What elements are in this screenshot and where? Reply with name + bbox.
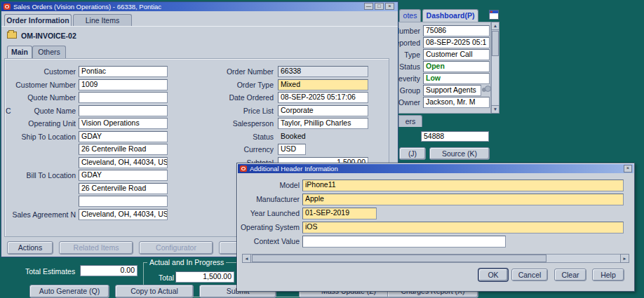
tab-divider (1, 26, 398, 27)
field-bill-to-location[interactable]: GDAY (79, 170, 168, 181)
field-label-price-list: Price List (201, 107, 274, 115)
tab-dashboard[interactable]: Dashboard(P) (422, 9, 478, 22)
minimize-icon[interactable]: — (364, 3, 373, 10)
tab-line-items[interactable]: Line Items (73, 14, 132, 27)
field-label-operating-system: Operating System (236, 223, 300, 231)
stray-label-c: C (6, 107, 13, 115)
field-label-bill-to-location: Bill To Location (3, 171, 76, 180)
field-order-number[interactable]: 66338 (278, 66, 368, 77)
tab-others[interactable]: Others (32, 46, 66, 58)
background-tab-fragment[interactable]: ers (398, 115, 422, 127)
scroll-right-icon[interactable]: ► (620, 254, 629, 263)
total-estimates-label: Total Estimates (25, 267, 75, 276)
field-label-quote-name: Quote Name (17, 107, 76, 115)
tab-notes[interactable]: otes (399, 9, 421, 22)
field-label-manufacturer: Manufacturer (236, 195, 300, 203)
field-ship-to-address-3[interactable]: Cleveland, OH, 44034, US (79, 157, 168, 168)
field-sr-severity[interactable]: Low (423, 73, 490, 84)
field-sr-type[interactable]: Customer Call (423, 49, 490, 60)
scroll-down-icon[interactable]: ▼ (491, 105, 499, 114)
j-button[interactable]: (J) (399, 147, 426, 160)
field-bill-to-address-3[interactable] (79, 196, 168, 207)
copy-to-actual-button[interactable]: Copy to Actual (115, 285, 194, 298)
dialog-title: Additional Header Information (250, 164, 488, 173)
field-sr-number[interactable]: 75086 (423, 25, 490, 36)
open-folder-icon (7, 32, 17, 39)
auto-generate-button[interactable]: Auto Generate (Q) (29, 285, 109, 298)
scroll-up-icon[interactable]: ▲ (491, 22, 499, 30)
ok-button[interactable]: OK (478, 269, 508, 281)
field-sr-group[interactable]: Support Agents (423, 85, 481, 96)
cancel-button[interactable]: Cancel (511, 269, 548, 281)
field-quote-number[interactable] (79, 92, 168, 103)
field-order-type[interactable]: Mixed (278, 79, 368, 90)
tab-order-information[interactable]: Order Information (4, 14, 72, 27)
field-label-ship-to-location: Ship To Location (3, 133, 76, 141)
dialog-oracle-logo-icon (240, 165, 247, 172)
field-label-model: Model (236, 181, 300, 189)
window-title: Sales Orders (Vision Operations) - 66338… (13, 2, 308, 11)
oracle-logo-icon (4, 4, 11, 10)
field-status: Booked (278, 131, 368, 142)
field-ship-to-address-2[interactable]: 26 Centerville Road (79, 144, 168, 155)
help-button[interactable]: Help (592, 269, 624, 281)
scroll-left-icon[interactable]: ◄ (242, 254, 251, 263)
source-button[interactable]: Source (K) (429, 147, 490, 160)
field-sr-status[interactable]: Open (423, 61, 490, 72)
close-icon[interactable]: × (385, 3, 394, 10)
configurator-button[interactable]: Configurator (139, 241, 213, 255)
field-label-operating-unit: Operating Unit (3, 119, 76, 128)
field-label-customer: Customer (3, 67, 76, 76)
field-customer[interactable]: Pontiac (79, 66, 168, 77)
field-label-salesperson: Salesperson (201, 119, 274, 128)
desktop: otes Dashboard(P) Number 75086 Reported … (0, 0, 644, 298)
field-label-context-value: Context Value (236, 237, 300, 245)
actual-in-progress-title: Actual and In Progress (147, 258, 226, 266)
field-quote-name[interactable] (79, 105, 168, 116)
field-price-list[interactable]: Corporate (278, 105, 368, 116)
field-operating-unit[interactable]: Vision Operations (79, 118, 168, 129)
field-manufacturer[interactable]: Apple (302, 194, 624, 205)
actions-button[interactable]: Actions (7, 241, 53, 255)
field-label-sales-agreement: Sales Agreement N (3, 210, 76, 219)
field-label-currency: Currency (201, 145, 274, 154)
field-model[interactable]: iPhone11 (302, 180, 624, 191)
field-label-order-number: Order Number (201, 67, 274, 76)
field-salesperson[interactable]: Taylor, Phillip Charles (278, 118, 368, 129)
maximize-icon[interactable]: □ (375, 3, 384, 10)
field-label-quote-number: Quote Number (3, 93, 76, 102)
document-name: OM-INVOICE-02 (21, 32, 76, 40)
dialog-close-icon[interactable]: × (624, 165, 632, 172)
field-customer-number[interactable]: 1009 (79, 79, 168, 90)
side-scrollbar-thumb[interactable] (492, 31, 499, 56)
field-total-estimates[interactable]: 0.00 (80, 265, 137, 276)
field-bill-to-address-2[interactable]: 26 Centerville Road (79, 183, 168, 194)
restore-window-icon[interactable] (489, 10, 499, 20)
field-date-ordered[interactable]: 08-SEP-2025 05:17:06 (278, 92, 368, 103)
field-label-status: Status (201, 133, 274, 141)
field-operating-system[interactable]: iOS (302, 222, 624, 233)
total-label: Total (159, 273, 174, 282)
field-label-year-launched: Year Launched (236, 209, 300, 217)
field-context-value[interactable] (302, 236, 506, 248)
field-currency[interactable]: USD (278, 144, 306, 155)
field-year-launched[interactable]: 01-SEP-2019 (302, 208, 377, 219)
field-ship-to-location[interactable]: GDAY (79, 131, 168, 142)
field-label-customer-number: Customer Number (3, 81, 76, 89)
clear-button[interactable]: Clear (554, 269, 586, 281)
related-items-button[interactable]: Related Items (59, 241, 133, 255)
field-sales-agreement[interactable]: Cleveland, OH, 44034, US (79, 209, 168, 220)
group-users-icon[interactable] (482, 86, 490, 93)
field-sr-owner[interactable]: Jackson, Mr. M (423, 97, 490, 108)
field-label-date-ordered: Date Ordered (201, 93, 274, 102)
field-label-order-type: Order Type (201, 81, 274, 89)
field-partial-value[interactable]: 54888 (421, 131, 489, 142)
tab-main[interactable]: Main (7, 46, 32, 58)
field-total[interactable]: 1,500.00 (175, 271, 234, 283)
dialog-hscrollbar-thumb[interactable] (252, 255, 546, 262)
field-sr-reported[interactable]: 08-SEP-2025 05:1 (423, 37, 490, 48)
